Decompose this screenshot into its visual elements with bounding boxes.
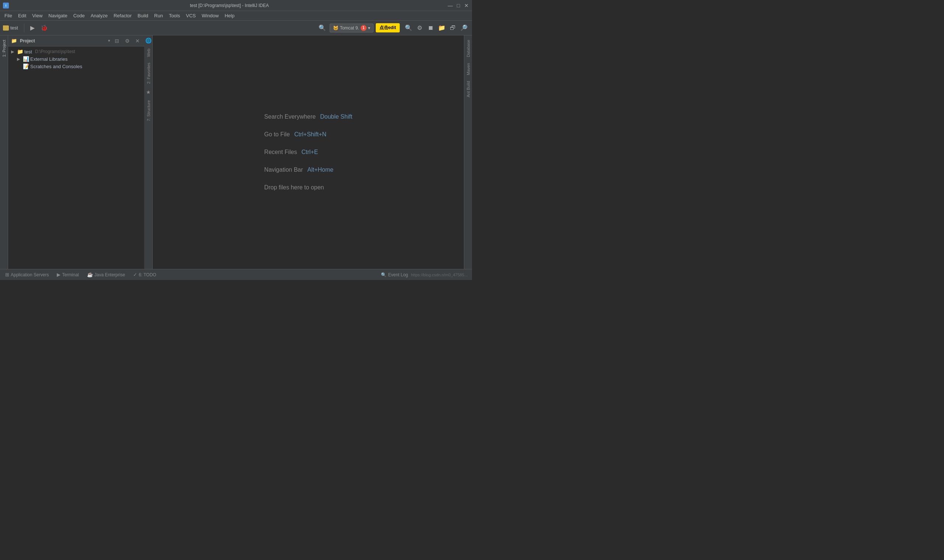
tomcat-badge: 1 <box>361 25 367 31</box>
event-log-label: Event Log <box>388 272 408 277</box>
dropdown-arrow-icon: ▾ <box>368 25 370 31</box>
hint-row-search: Search Everywhere Double Shift <box>264 114 353 120</box>
tree-item-external-libraries[interactable]: ▶ 📊 External Libraries <box>8 55 144 63</box>
tree-expand-arrow-ext: ▶ <box>17 57 22 62</box>
menu-item-file[interactable]: File <box>2 12 15 20</box>
search-icon[interactable]: 🔍 <box>403 23 414 33</box>
event-log-button[interactable]: 🔍 Event Log <box>381 272 408 277</box>
hint-label-search: Search Everywhere <box>264 114 316 120</box>
tree-library-icon: 📊 <box>23 56 29 62</box>
run-button[interactable]: ▶ <box>27 23 38 33</box>
hint-row-recent: Recent Files Ctrl+E <box>264 149 318 155</box>
tab-application-servers-label: Application Servers <box>11 272 49 277</box>
project-folder-icon <box>3 25 9 31</box>
hint-row-goto: Go to File Ctrl+Shift+N <box>264 131 327 138</box>
tab-terminal-label: Terminal <box>62 272 79 277</box>
left-vertical-panel: 1: Project <box>0 35 8 269</box>
maximize-button[interactable]: □ <box>456 3 461 8</box>
tree-folder-icon: 📁 <box>17 49 23 54</box>
hint-shortcut-goto: Ctrl+Shift+N <box>294 131 326 138</box>
bottom-bar: ⊞ Application Servers ▶ Terminal ☕ Java … <box>0 269 472 280</box>
todo-icon: ✓ <box>133 272 137 277</box>
close-button[interactable]: ✕ <box>464 3 469 8</box>
sidebar-item-ant-build[interactable]: Ant Build <box>465 78 472 100</box>
search-everywhere-icon[interactable]: 🔍 <box>317 23 327 33</box>
menu-item-code[interactable]: Code <box>71 12 88 20</box>
sidebar-item-structure[interactable]: 7: Structure <box>145 97 152 124</box>
hint-shortcut-search: Double Shift <box>320 114 352 120</box>
hint-section: Search Everywhere Double Shift Go to Fil… <box>264 114 353 191</box>
hint-drop-text: Drop files here to open <box>264 184 324 191</box>
window-title: test [D:\Programs\jsp\test] - IntelliJ I… <box>11 3 448 8</box>
tomcat-icon: 🐱 <box>333 25 338 31</box>
tree-item-root[interactable]: ▶ 📁 test D:\Programs\jsp\test <box>8 48 144 55</box>
status-url: https://blog.csdn.n/m0_47585... <box>411 272 468 277</box>
left-favorites-panel: 🌐 Web 2: Favorites ★ 7: Structure <box>145 35 153 269</box>
project-panel-title: Project <box>20 38 105 43</box>
debug-button[interactable]: 🐞 <box>39 23 49 33</box>
tree-external-libraries-label: External Libraries <box>30 56 68 62</box>
tab-java-enterprise-label: Java Enterprise <box>94 272 125 277</box>
sidebar-item-favorites[interactable]: 2: Favorites <box>145 60 152 86</box>
menu-item-tools[interactable]: Tools <box>166 12 183 20</box>
tree-scratches-label: Scratches and Consoles <box>30 64 82 69</box>
find-icon[interactable]: 🔎 <box>459 23 469 33</box>
sidebar-item-web[interactable]: Web <box>145 46 152 60</box>
settings-icon[interactable]: ⚙ <box>415 23 425 33</box>
menu-item-build[interactable]: Build <box>134 12 151 20</box>
tree-root-path: D:\Programs\jsp\test <box>35 49 75 54</box>
project-tree: ▶ 📁 test D:\Programs\jsp\test ▶ 📊 Extern… <box>8 46 144 269</box>
menu-item-edit[interactable]: Edit <box>15 12 29 20</box>
click-edit-button[interactable]: 点击edit <box>376 23 400 32</box>
hint-label-recent: Recent Files <box>264 149 297 155</box>
hint-row-drop: Drop files here to open <box>264 184 324 191</box>
editor-area: Search Everywhere Double Shift Go to Fil… <box>153 35 464 269</box>
menu-item-analyze[interactable]: Analyze <box>88 12 111 20</box>
star-icon[interactable]: ★ <box>146 87 151 97</box>
tab-todo-label: 6: TODO <box>139 272 156 277</box>
hint-label-navbar: Navigation Bar <box>264 166 303 173</box>
tab-java-enterprise[interactable]: ☕ Java Enterprise <box>83 271 129 279</box>
tree-root-name: test <box>24 49 32 54</box>
tree-scratch-icon: 📝 <box>23 63 29 69</box>
panel-dropdown-icon: ▾ <box>108 38 110 43</box>
menu-item-window[interactable]: Window <box>199 12 222 20</box>
menu-item-run[interactable]: Run <box>151 12 166 20</box>
tomcat-label: Tomcat 9. <box>340 25 359 31</box>
toolbar: test ▶ 🐞 🔍 🐱 Tomcat 9. 1 ▾ 点击edit 🔍 ⚙ ⏹ … <box>0 21 472 35</box>
stop-icon[interactable]: ⏹ <box>426 23 436 33</box>
project-panel: 📁 Project ▾ ⊟ ⚙ ✕ ▶ 📁 test D:\Programs\j… <box>8 35 145 269</box>
sidebar-item-database[interactable]: Database <box>465 37 472 60</box>
tab-application-servers[interactable]: ⊞ Application Servers <box>2 271 52 279</box>
main-layout: 1: Project 📁 Project ▾ ⊟ ⚙ ✕ ▶ 📁 test D:… <box>0 35 472 269</box>
menu-item-refactor[interactable]: Refactor <box>111 12 134 20</box>
tab-todo[interactable]: ✓ 6: TODO <box>130 271 160 279</box>
project-panel-folder-icon: 📁 <box>11 38 17 43</box>
menu-item-help[interactable]: Help <box>222 12 238 20</box>
gear-icon[interactable]: ⚙ <box>123 37 131 45</box>
window-icon[interactable]: 🗗 <box>448 23 458 33</box>
project-panel-header: 📁 Project ▾ ⊟ ⚙ ✕ <box>8 35 144 46</box>
menu-item-vcs[interactable]: VCS <box>183 12 199 20</box>
sidebar-item-maven[interactable]: Maven <box>465 60 472 78</box>
menu-item-navigate[interactable]: Navigate <box>45 12 70 20</box>
java-enterprise-icon: ☕ <box>87 272 93 277</box>
sidebar-item-project[interactable]: 1: Project <box>1 37 8 60</box>
hint-shortcut-navbar: Alt+Home <box>307 166 334 173</box>
window-controls: — □ ✕ <box>448 3 469 8</box>
close-panel-icon[interactable]: ✕ <box>134 37 141 45</box>
tomcat-selector[interactable]: 🐱 Tomcat 9. 1 ▾ <box>330 23 373 32</box>
tree-item-scratches[interactable]: ▶ 📝 Scratches and Consoles <box>8 63 144 70</box>
tree-arrow-scratches: ▶ <box>17 64 22 69</box>
minimize-button[interactable]: — <box>448 3 453 8</box>
web-icon[interactable]: 🌐 <box>145 35 151 46</box>
bottom-bar-right: 🔍 Event Log https://blog.csdn.n/m0_47585… <box>381 272 470 277</box>
toolbar-right-icons: 🔍 ⚙ ⏹ 📁 🗗 🔎 <box>403 23 469 33</box>
right-sidebar: Database Maven Ant Build <box>464 35 472 269</box>
collapse-all-icon[interactable]: ⊟ <box>113 37 120 45</box>
menu-item-view[interactable]: View <box>29 12 45 20</box>
title-bar: I test [D:\Programs\jsp\test] - IntelliJ… <box>0 0 472 11</box>
tab-terminal[interactable]: ▶ Terminal <box>53 271 82 279</box>
folder-icon[interactable]: 📁 <box>437 23 447 33</box>
menu-bar: FileEditViewNavigateCodeAnalyzeRefactorB… <box>0 11 472 21</box>
